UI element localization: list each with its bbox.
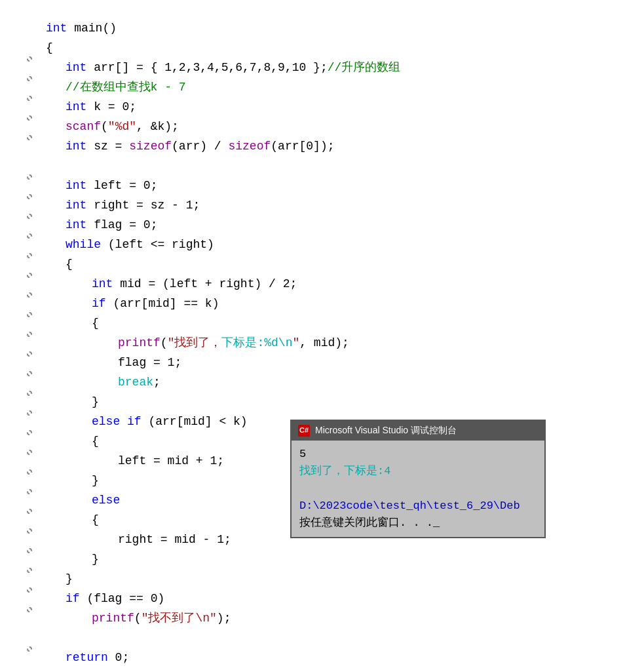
code-line-1: int main()	[39, 20, 644, 38]
code-line-8	[39, 157, 644, 176]
code-line-2: {	[39, 39, 644, 58]
code-line-19: break;	[39, 374, 644, 392]
code-line-11: int flag = 0;	[39, 216, 644, 235]
code-line-14: int mid = (left + right) / 2;	[39, 275, 644, 294]
code-line-28: }	[39, 551, 644, 569]
code-line-13: {	[39, 256, 644, 274]
code-line-29: }	[39, 570, 644, 589]
line-5: int k = 0;	[20, 98, 644, 118]
code-line-3: int arr[] = { 1,2,3,4,5,6,7,8,9,10 };//升…	[39, 59, 644, 77]
code-editor: int main() { int arr[] = { 1,2,3,4,5,6,7…	[0, 13, 644, 670]
code-line-31: printf("找不到了\n");	[39, 610, 644, 628]
terminal-line-1: 5	[299, 446, 537, 463]
code-line-30: if (flag == 0)	[39, 590, 644, 608]
line-10: int right = sz - 1;	[20, 197, 644, 216]
line-2: {	[20, 39, 644, 59]
code-line-20: }	[39, 393, 644, 412]
line-16: {	[20, 315, 644, 334]
code-line-17: printf("找到了，下标是:%d\n", mid);	[39, 334, 644, 353]
line-31: printf("找不到了\n");	[20, 610, 644, 629]
terminal-popup[interactable]: C# Microsoft Visual Studio 调试控制台 5 找到了，下…	[290, 420, 546, 538]
terminal-icon-label: C#	[299, 425, 309, 436]
line-13: {	[20, 256, 644, 275]
terminal-line-5: 按任意键关闭此窗口. . ._	[299, 515, 537, 532]
line-7: int sz = sizeof(arr) / sizeof(arr[0]);	[20, 138, 644, 157]
line-19: break;	[20, 374, 644, 393]
code-line-32	[39, 629, 644, 648]
code-line-16: {	[39, 315, 644, 333]
line-12: while (left <= right)	[20, 236, 644, 256]
line-30: if (flag == 0)	[20, 590, 644, 610]
code-line-6: scanf("%d", &k);	[39, 118, 644, 136]
code-line-33: return 0;	[39, 649, 644, 667]
line-1: int main()	[20, 20, 644, 39]
line-29: }	[20, 570, 644, 590]
line-32	[20, 629, 644, 649]
code-line-12: while (left <= right)	[39, 236, 644, 254]
terminal-line-2: 找到了，下标是:4	[299, 463, 537, 480]
line-8	[20, 157, 644, 177]
terminal-icon: C#	[298, 425, 310, 437]
line-9: int left = 0;	[20, 177, 644, 197]
line-14: int mid = (left + right) / 2;	[20, 275, 644, 295]
code-line-7: int sz = sizeof(arr) / sizeof(arr[0]);	[39, 138, 644, 156]
code-line-5: int k = 0;	[39, 98, 644, 117]
line-4: //在数组中查找k - 7	[20, 79, 644, 98]
terminal-line-4: D:\2023code\test_qh\test_6_29\Deb	[299, 498, 537, 515]
line-17: printf("找到了，下标是:%d\n", mid);	[20, 334, 644, 354]
line-6: scanf("%d", &k);	[20, 118, 644, 138]
line-11: int flag = 0;	[20, 216, 644, 236]
code-line-18: flag = 1;	[39, 354, 644, 372]
line-3: int arr[] = { 1,2,3,4,5,6,7,8,9,10 };//升…	[20, 59, 644, 79]
terminal-titlebar: C# Microsoft Visual Studio 调试控制台	[292, 421, 544, 441]
code-line-4: //在数组中查找k - 7	[39, 79, 644, 97]
line-15: if (arr[mid] == k)	[20, 295, 644, 315]
code-line-9: int left = 0;	[39, 177, 644, 195]
line-33: return 0;	[20, 649, 644, 669]
line-28: }	[20, 551, 644, 570]
line-20: }	[20, 393, 644, 413]
code-line-15: if (arr[mid] == k)	[39, 295, 644, 313]
terminal-body: 5 找到了，下标是:4 D:\2023code\test_qh\test_6_2…	[292, 441, 544, 538]
line-18: flag = 1;	[20, 354, 644, 374]
terminal-title: Microsoft Visual Studio 调试控制台	[315, 424, 457, 438]
code-line-10: int right = sz - 1;	[39, 197, 644, 215]
terminal-line-3	[299, 480, 537, 497]
